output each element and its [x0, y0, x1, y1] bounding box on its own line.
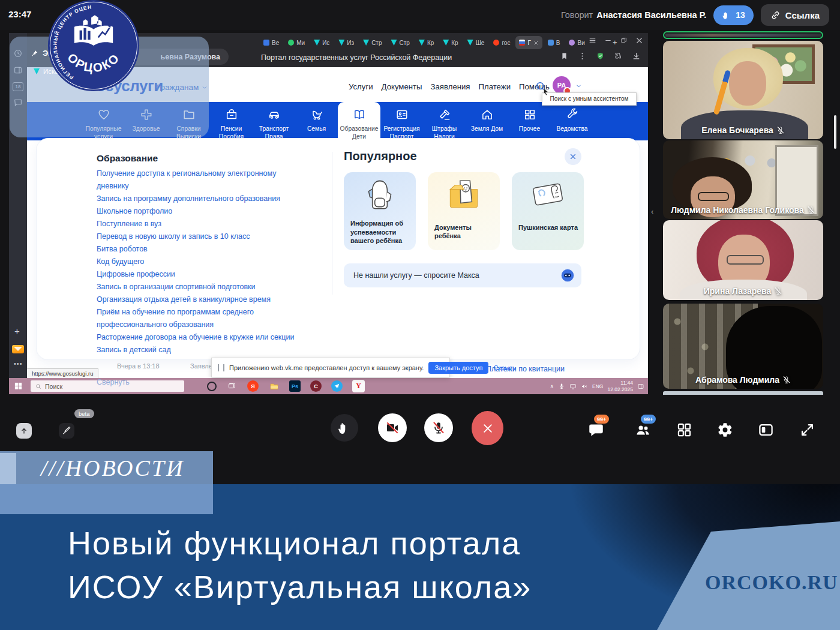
taskbar-app-icon[interactable]: Ps	[289, 380, 301, 392]
browser-tab[interactable]: Стр	[359, 36, 385, 49]
browser-tab[interactable]: Ис	[310, 36, 333, 49]
tray-speaker-icon[interactable]	[581, 383, 588, 390]
popular-card[interactable]: Пушкинская карта	[512, 172, 584, 250]
nav-item[interactable]: Услуги	[349, 82, 373, 91]
start-button[interactable]	[14, 382, 23, 391]
browser-tab[interactable]: Ми	[284, 36, 308, 49]
service-link[interactable]: Запись в детский сад	[97, 344, 305, 356]
draw-button[interactable]	[59, 423, 74, 439]
service-link[interactable]: Расторжение договора на обучение в кружк…	[97, 331, 305, 344]
browser-tab[interactable]: Кр	[439, 36, 461, 49]
browser-tab[interactable]: Ше	[464, 36, 488, 49]
browser-tab[interactable]: Ви	[565, 36, 588, 49]
taskbar-app-icon[interactable]	[331, 380, 343, 392]
window-control-icon[interactable]	[604, 37, 612, 44]
participants-button[interactable]	[635, 422, 651, 438]
more-dots-icon[interactable]: •••	[14, 360, 23, 367]
browser-tab[interactable]: Г	[515, 36, 542, 49]
tray-mic-icon[interactable]	[558, 383, 565, 390]
service-link[interactable]: Запись на программу дополнительного обра…	[97, 193, 305, 205]
category-tab[interactable]: ТранспортПрава	[253, 102, 295, 140]
browser-tab[interactable]: Кр	[415, 36, 437, 49]
participant-tile[interactable]: Елена Бочкарева	[663, 41, 823, 139]
category-tab[interactable]: Земля Дом	[466, 102, 508, 140]
taskbar-app-icon[interactable]	[268, 380, 280, 392]
browser-tab[interactable]: Стр	[388, 36, 413, 49]
participant-tile[interactable]: Абрамова Людмила	[663, 304, 823, 389]
taskbar-app-icon[interactable]: Y	[352, 380, 365, 392]
share-screen-button[interactable]	[16, 423, 32, 439]
category-tab[interactable]: Ведомства	[551, 102, 593, 140]
browser-tab[interactable]: Из	[335, 36, 358, 49]
taskbar-app-icon[interactable]: C	[310, 380, 322, 392]
more-menu-icon[interactable]	[578, 52, 587, 61]
popular-card[interactable]: Документы ребёнка	[428, 172, 500, 250]
category-tab[interactable]: Прочее	[508, 102, 551, 140]
chat-button[interactable]	[588, 422, 604, 438]
window-control-icon[interactable]	[620, 37, 628, 44]
taskbar-app-icon[interactable]: Я	[247, 380, 259, 392]
download-icon[interactable]	[632, 52, 641, 61]
language-indicator[interactable]: ENG	[592, 383, 603, 389]
service-link[interactable]: Получение доступа к региональному электр…	[97, 167, 305, 193]
raised-hands-button[interactable]: 13	[713, 5, 754, 25]
category-tab[interactable]: ПенсииПособия	[210, 102, 253, 140]
participant-tile[interactable]: Ирина Лазарева	[663, 220, 823, 300]
category-tab[interactable]: Семья	[295, 102, 338, 140]
close-popular-button[interactable]	[565, 148, 581, 165]
pip-button[interactable]	[758, 422, 774, 438]
settings-button[interactable]	[717, 422, 733, 438]
browser-tab[interactable]: Ве	[260, 36, 283, 49]
bookmark-icon[interactable]	[560, 52, 569, 61]
participant-tile[interactable]: Людмила Николаевна Голикова	[663, 140, 823, 219]
end-call-button[interactable]	[472, 411, 503, 445]
avatar[interactable]: РА	[553, 76, 571, 94]
category-tab[interactable]: ОбразованиеДети	[338, 102, 380, 151]
nav-item[interactable]: Платежи	[479, 82, 511, 91]
service-link[interactable]: Организация отдыха детей в каникулярное …	[97, 293, 305, 306]
service-link[interactable]: Запись в организации спортивной подготов…	[97, 281, 305, 293]
popular-card[interactable]: Информация об успеваемости вашего ребёнк…	[344, 172, 416, 250]
service-link[interactable]: Приём на обучение по программам среднего…	[97, 306, 305, 331]
service-link[interactable]: Школьное портфолио	[97, 205, 305, 218]
fullscreen-button[interactable]	[799, 422, 815, 438]
raise-hand-button[interactable]	[331, 414, 358, 442]
browser-tab[interactable]: В	[544, 36, 564, 49]
collapse-link[interactable]: Свернуть	[97, 376, 130, 389]
add-panel-icon[interactable]: +	[14, 326, 20, 336]
category-tab[interactable]: РегистрацияПаспорт	[380, 102, 423, 140]
camera-off-button[interactable]	[378, 413, 407, 442]
nav-item[interactable]: Заявления	[431, 82, 470, 91]
service-link[interactable]: Перевод в новую школу и запись в 10 клас…	[97, 230, 305, 243]
copy-link-button[interactable]: Ссылка	[761, 4, 829, 26]
tray-display-icon[interactable]	[569, 383, 577, 390]
pause-icon[interactable]	[218, 364, 224, 371]
mail-icon[interactable]	[12, 345, 24, 353]
service-link[interactable]: Цифровые профессии	[97, 268, 305, 281]
service-link[interactable]: Код будущего	[97, 256, 305, 268]
layout-grid-button[interactable]	[676, 422, 692, 438]
tab-close-icon[interactable]	[533, 40, 539, 46]
active-speaker-tile[interactable]	[663, 31, 823, 39]
browser-tab[interactable]: гос	[490, 36, 514, 49]
assistant-bar[interactable]: Не нашли услугу — спросите Макса	[344, 263, 581, 287]
extension-icon[interactable]	[614, 52, 623, 61]
window-control-icon[interactable]	[635, 37, 643, 44]
category-tab[interactable]: ШтрафыНалоги	[423, 102, 466, 140]
nav-item[interactable]: Документы	[382, 82, 422, 91]
hide-notice-link[interactable]: Скрыть	[493, 364, 516, 371]
window-control-icon[interactable]	[589, 37, 596, 44]
notification-center-icon[interactable]	[637, 383, 644, 390]
mic-off-button[interactable]	[424, 413, 453, 442]
profile-chevron-icon[interactable]	[575, 83, 582, 89]
taskbar-app-icon[interactable]	[207, 382, 217, 391]
service-link[interactable]: Поступление в вуз	[97, 218, 305, 230]
collapse-panel-icon[interactable]: ‹	[651, 207, 653, 216]
participants-scrollbar[interactable]	[834, 115, 836, 149]
stop-sharing-button[interactable]: Закрыть доступ	[428, 362, 488, 374]
service-link[interactable]: Битва роботов	[97, 243, 305, 256]
taskbar-app-icon[interactable]	[226, 380, 238, 392]
tray-clock[interactable]: 11:4412.02.2025	[607, 380, 633, 392]
tray-expand-icon[interactable]: ∧	[550, 383, 554, 389]
security-shield-icon[interactable]	[596, 52, 605, 61]
